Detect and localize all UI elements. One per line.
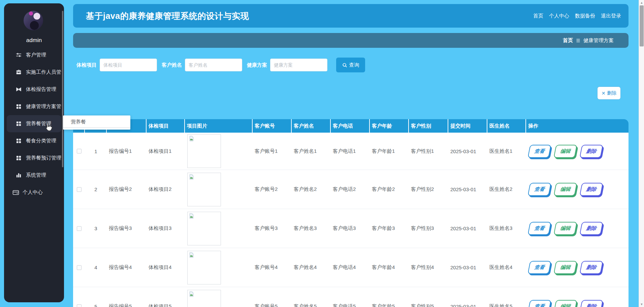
sidebar-item-label: 营养餐预订管理 <box>26 155 61 161</box>
cell-account: 客户账号4 <box>253 264 292 271</box>
menu-separator-icon <box>576 39 580 42</box>
breadcrumb: 首页 健康管理方案 <box>73 33 629 48</box>
cell-account: 客户账号5 <box>253 303 292 307</box>
cell-doctor: 医生姓名1 <box>487 148 526 155</box>
sidebar-item-nutrition-meal-mgmt[interactable]: 营养餐管理 <box>7 115 61 132</box>
cell-name: 客户姓名4 <box>292 264 331 271</box>
cell-exam-item: 体检项目2 <box>147 186 185 193</box>
sidebar-item-exam-report-mgmt[interactable]: 体检报告管理 <box>7 81 61 98</box>
topnav-data-backup-link[interactable]: 数据备份 <box>575 13 595 19</box>
topbar: 基于java的康养健康管理系统的设计与实现 首页 个人中心 数据备份 退出登录 <box>73 4 629 28</box>
cell-index: 5 <box>85 304 107 307</box>
cell-submit-time: 2025-03-01 <box>448 148 487 154</box>
customer-name-input[interactable] <box>185 59 242 71</box>
card-icon <box>12 190 19 196</box>
submenu-item-nutrition-meal[interactable]: 营养餐 <box>63 115 130 128</box>
row-checkbox[interactable] <box>77 304 82 307</box>
sidebar-item-staff-mgmt[interactable]: 实施工作人员管理 <box>7 64 61 81</box>
cell-gender: 客户性别5 <box>409 303 448 307</box>
header-doctor: 医生姓名 <box>487 119 526 133</box>
health-plan-input[interactable] <box>270 59 327 71</box>
row-checkbox[interactable] <box>77 149 82 154</box>
row-delete-button[interactable]: 删除 <box>579 300 603 307</box>
cell-age: 客户年龄3 <box>370 225 409 232</box>
row-delete-button[interactable]: 删除 <box>579 261 603 274</box>
delete-button-label: 删除 <box>607 90 616 96</box>
cell-name: 客户姓名3 <box>292 225 331 232</box>
header-submit-time: 提交时间 <box>448 119 487 133</box>
delete-selected-button[interactable]: ✕ 删除 <box>597 87 621 100</box>
table-row: 4 报告编号4 体检项目4 客户账号4 客户姓名4 客户电话4 客户年龄4 客户… <box>73 248 629 287</box>
grid-icon <box>16 138 22 144</box>
exam-item-input[interactable] <box>100 59 157 71</box>
sidebar-item-label: 系统管理 <box>26 172 46 178</box>
sidebar-scrollbar[interactable] <box>62 11 63 167</box>
query-button-label: 查询 <box>349 62 359 68</box>
cell-name: 客户姓名2 <box>292 186 331 193</box>
cell-account: 客户账号2 <box>253 186 292 193</box>
cell-exam-item: 体检项目5 <box>147 303 185 307</box>
sidebar-item-customer-mgmt[interactable]: 客户管理 <box>7 46 61 64</box>
breadcrumb-home[interactable]: 首页 <box>563 37 573 44</box>
view-button[interactable]: 查看 <box>527 300 551 307</box>
row-checkbox[interactable] <box>77 187 82 192</box>
sidebar-item-meal-booking-mgmt[interactable]: 营养餐预订管理 <box>7 149 61 167</box>
cell-report-no: 报告编号3 <box>107 225 147 232</box>
topnav-home-link[interactable]: 首页 <box>533 13 543 19</box>
cell-submit-time: 2025-03-01 <box>448 226 487 231</box>
cell-name: 客户姓名1 <box>292 148 331 155</box>
search-icon <box>342 63 347 68</box>
topnav-personal-center-link[interactable]: 个人中心 <box>549 13 569 19</box>
cell-age: 客户年龄2 <box>370 186 409 193</box>
topnav-logout-link[interactable]: 退出登录 <box>601 13 621 19</box>
edit-button[interactable]: 编辑 <box>553 222 577 235</box>
row-delete-button[interactable]: 删除 <box>579 222 603 235</box>
query-button[interactable]: 查询 <box>336 58 365 72</box>
breadcrumb-current: 健康管理方案 <box>583 37 614 44</box>
broken-image-icon <box>189 174 194 180</box>
submenu-popup: 营养餐 <box>63 115 130 130</box>
page-scrollbar[interactable]: ▲ ▼ <box>639 0 644 307</box>
sidebar-item-health-plan-mgmt[interactable]: 健康管理方案管理 <box>7 98 61 115</box>
sidebar-item-system-mgmt[interactable]: 系统管理 <box>7 167 61 184</box>
cell-index: 2 <box>85 186 107 192</box>
sidebar-item-label: 营养餐管理 <box>26 121 51 127</box>
row-checkbox[interactable] <box>77 265 82 270</box>
page-title: 基于java的康养健康管理系统的设计与实现 <box>86 10 249 22</box>
view-button[interactable]: 查看 <box>527 183 551 196</box>
header-age: 客户年龄 <box>370 119 409 133</box>
table-row: 1 报告编号1 体检项目1 客户账号1 客户姓名1 客户电话1 客户年龄1 客户… <box>73 133 629 170</box>
header-phone: 客户电话 <box>331 119 370 133</box>
item-image-placeholder <box>187 251 221 284</box>
broken-image-icon <box>189 213 194 219</box>
cell-account: 客户账号1 <box>253 148 292 155</box>
sidebar-item-meal-category-mgmt[interactable]: 餐食分类管理 <box>7 132 61 149</box>
edit-button[interactable]: 编辑 <box>553 261 577 274</box>
cell-exam-item: 体检项目3 <box>147 225 185 232</box>
scroll-down-arrow-icon[interactable]: ▼ <box>639 302 644 307</box>
edit-button[interactable]: 编辑 <box>553 145 577 158</box>
health-plan-label: 健康方案 <box>247 62 267 68</box>
view-button[interactable]: 查看 <box>527 145 551 158</box>
sidebar-nav: 客户管理 实施工作人员管理 体检报告管理 健康管理方案管理 营养餐管理 餐食分类… <box>4 46 64 201</box>
item-image-placeholder <box>187 290 221 307</box>
cell-report-no: 报告编号1 <box>107 148 147 155</box>
edit-button[interactable]: 编辑 <box>553 183 577 196</box>
row-checkbox[interactable] <box>77 226 82 231</box>
view-button[interactable]: 查看 <box>527 222 551 235</box>
row-delete-button[interactable]: 删除 <box>579 145 603 158</box>
edit-button[interactable]: 编辑 <box>553 300 577 307</box>
cell-account: 客户账号3 <box>253 225 292 232</box>
sidebar-item-label: 客户管理 <box>26 52 46 58</box>
row-delete-button[interactable]: 删除 <box>579 183 603 196</box>
sidebar-item-personal-center[interactable]: 个人中心 <box>7 184 61 201</box>
header-ops: 操作 <box>526 119 629 133</box>
scroll-up-arrow-icon[interactable]: ▲ <box>639 0 644 5</box>
cell-index: 1 <box>85 148 107 154</box>
sliders-icon <box>16 52 22 58</box>
page-scrollbar-thumb[interactable] <box>640 5 644 46</box>
topnav: 首页 个人中心 数据备份 退出登录 <box>533 13 621 19</box>
view-button[interactable]: 查看 <box>527 261 551 274</box>
item-image-placeholder <box>187 134 221 168</box>
sidebar-item-label: 实施工作人员管理 <box>26 69 61 75</box>
